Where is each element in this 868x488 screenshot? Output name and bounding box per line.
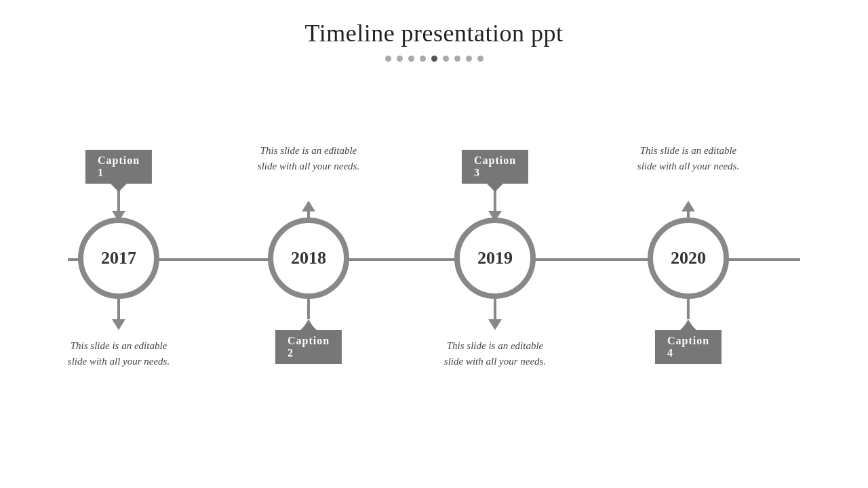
- timeline-item-3: Caption 3 2019 This slide is an editable…: [444, 82, 546, 421]
- timeline-item-4: This slide is an editable slide with all…: [634, 82, 743, 421]
- caption-badge-4: Caption 4: [655, 330, 722, 364]
- above-group-1: Caption 1: [85, 150, 152, 222]
- year-circle-1: 2017: [78, 218, 159, 299]
- stem-below-4: [687, 299, 690, 319]
- arrow-below-1: [112, 319, 125, 330]
- desc-text-3: This slide is an editable slide with all…: [443, 338, 548, 369]
- caption-badge-3: Caption 3: [462, 150, 528, 184]
- below-group-4: Caption 4: [655, 299, 722, 364]
- arrowhead-up-2: [302, 201, 315, 211]
- stem-below-3: [494, 299, 496, 319]
- dots-navigation: [0, 56, 868, 62]
- dot-5[interactable]: [431, 56, 437, 62]
- dot-6[interactable]: [443, 56, 449, 62]
- year-circle-2: 2018: [268, 218, 349, 299]
- arrow-below-3: [488, 319, 502, 330]
- desc-text-1: This slide is an editable slide with all…: [66, 338, 172, 369]
- timeline-item-2: This slide is an editable slide with all…: [254, 82, 363, 421]
- below-group-1: [112, 299, 125, 330]
- stem-below-2: [307, 299, 310, 319]
- dot-2[interactable]: [397, 56, 403, 62]
- arrowhead-up-4: [682, 201, 695, 211]
- dot-9[interactable]: [477, 56, 484, 62]
- caption-badge-2: Caption 2: [275, 330, 342, 364]
- caption-badge-1: Caption 1: [85, 150, 152, 184]
- desc-text-2: This slide is an editable slide with all…: [256, 143, 361, 174]
- stem-below-1: [117, 299, 120, 319]
- desc-text-4: This slide is an editable slide with all…: [636, 143, 741, 174]
- dot-8[interactable]: [466, 56, 472, 62]
- dot-1[interactable]: [385, 56, 391, 62]
- below-group-2: Caption 2: [275, 299, 342, 364]
- year-circle-3: 2019: [454, 218, 536, 299]
- timeline-item-1: Caption 1 2017 This slide is an editable…: [68, 82, 170, 421]
- page-title: Timeline presentation ppt: [0, 0, 868, 47]
- dot-7[interactable]: [454, 56, 460, 62]
- above-group-3: Caption 3: [462, 150, 528, 222]
- year-circle-4: 2020: [648, 218, 729, 299]
- dot-3[interactable]: [408, 56, 414, 62]
- dot-4[interactable]: [420, 56, 426, 62]
- timeline-area: Caption 1 2017 This slide is an editable…: [27, 82, 841, 421]
- below-group-3: [488, 299, 502, 330]
